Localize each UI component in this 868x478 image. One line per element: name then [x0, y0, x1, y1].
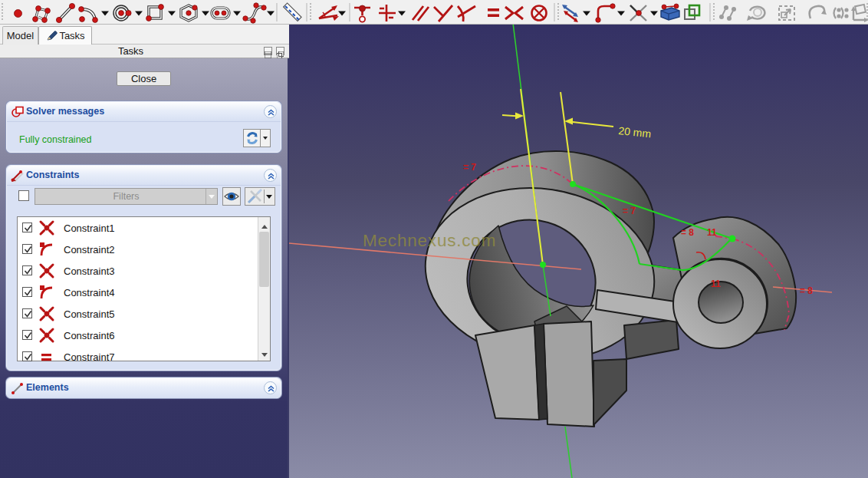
svg-text:11: 11 — [707, 227, 717, 238]
svg-text:11: 11 — [711, 279, 721, 289]
svg-text:= 8: = 8 — [681, 227, 694, 238]
svg-text:20 mm: 20 mm — [618, 124, 652, 140]
svg-text:= 8: = 8 — [800, 285, 813, 296]
svg-text:= 7: = 7 — [463, 162, 476, 173]
svg-text:= 7: = 7 — [623, 206, 636, 216]
